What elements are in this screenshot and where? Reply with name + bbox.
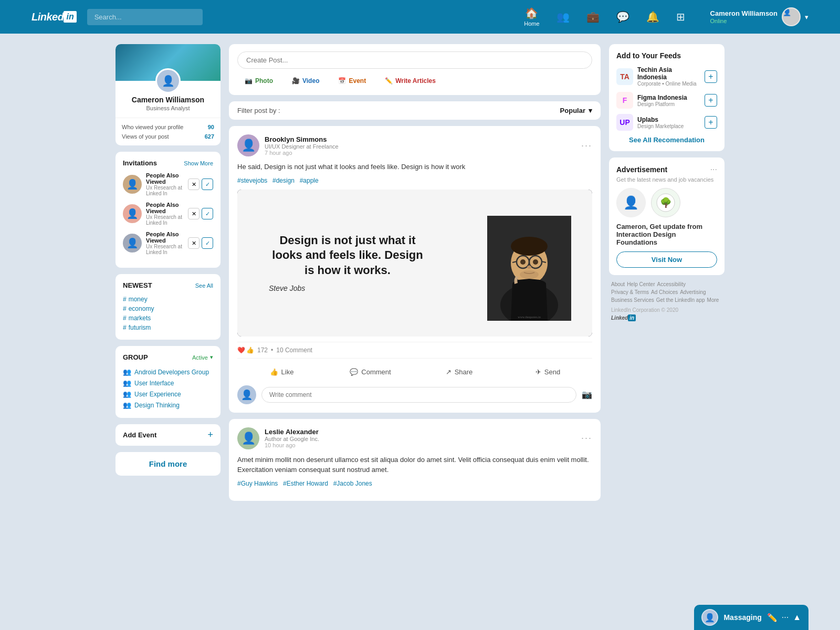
nav-home[interactable]: 🏠 Home <box>524 7 539 27</box>
inv-accept-2[interactable]: ✓ <box>202 208 213 219</box>
feed-suggestion-figma: F Figma Indonesia Design Platform + <box>616 92 717 109</box>
create-post-input[interactable] <box>237 51 592 69</box>
inv-sub-1: Ux Research at Linked In <box>146 185 184 196</box>
write-articles-button[interactable]: ✏️ Write Articles <box>377 74 443 88</box>
camera-icon[interactable]: 📷 <box>582 390 592 400</box>
add-feed-figma[interactable]: + <box>705 94 717 107</box>
footer-link-adchoices[interactable]: Ad Choices <box>651 289 678 295</box>
user-name-header: Cameron Williamson <box>710 9 778 18</box>
see-all-recommendations[interactable]: See All Recomendation <box>616 136 717 144</box>
visit-now-button[interactable]: Visit Now <box>616 251 717 268</box>
ad-text: Cameron, Get update from Interaction Des… <box>616 223 717 246</box>
search-input[interactable] <box>87 9 203 25</box>
group-ui[interactable]: 👥 User Interface <box>123 377 213 388</box>
messaging-bar[interactable]: 👤 Massaging ✏️ ··· ▲ <box>694 605 808 630</box>
video-button[interactable]: 🎥 Video <box>285 74 327 88</box>
nav-apps[interactable]: ⊞ <box>676 10 685 23</box>
footer-link-business[interactable]: Business Services <box>611 297 654 303</box>
footer-link-more[interactable]: More <box>707 297 719 303</box>
share-icon: ↗ <box>446 368 452 376</box>
hashtag-markets[interactable]: # markets <box>123 313 213 323</box>
event-button[interactable]: 📅 Event <box>331 74 373 88</box>
footer-link-app[interactable]: Get the LinkedIn app <box>656 297 705 303</box>
chevron-up-icon[interactable]: ▲ <box>793 613 801 623</box>
footer-link-advertising[interactable]: Advertising <box>680 289 706 295</box>
show-more-link[interactable]: Show More <box>184 160 213 166</box>
footer-logo: Linkedin <box>611 315 636 321</box>
find-more-button[interactable]: Find more <box>116 452 220 476</box>
inv-reject-2[interactable]: ✕ <box>188 208 200 219</box>
nav-network[interactable]: 👥 <box>556 10 570 23</box>
add-feed-up[interactable]: + <box>705 116 717 129</box>
group-item-icon: 👥 <box>123 390 131 398</box>
hashtag-economy[interactable]: # economy <box>123 304 213 313</box>
hashtag-futurism[interactable]: # futurism <box>123 323 213 332</box>
filter-dropdown[interactable]: Popular ▾ <box>560 107 592 114</box>
user-menu[interactable]: Cameron Williamson Online 👤 ▾ <box>710 7 808 26</box>
like-button-1[interactable]: 👍 Like <box>237 365 326 379</box>
photo-button[interactable]: 📷 Photo <box>237 74 280 88</box>
feed-name-figma: Figma Indonesia <box>637 94 700 101</box>
logo[interactable]: Linked in <box>32 11 77 23</box>
footer-link-accessibility[interactable]: Accessibility <box>657 281 686 287</box>
footer-link-about[interactable]: About <box>611 281 625 287</box>
nav-jobs[interactable]: 💼 <box>586 10 600 23</box>
notifications-icon: 🔔 <box>646 10 659 23</box>
post-avatar-1: 👤 <box>237 134 259 156</box>
share-button-1[interactable]: ↗ Share <box>415 365 503 379</box>
invitations-title: Invitations <box>123 159 157 167</box>
inv-accept-3[interactable]: ✓ <box>202 237 213 249</box>
group-item-label: Android Developers Group <box>134 369 209 376</box>
post-image-1: Design is not just what it looks and fee… <box>237 190 592 337</box>
inv-avatar-2: 👤 <box>123 204 142 223</box>
dot-separator: • <box>271 346 273 354</box>
footer: About Help Center Accessibility Privacy … <box>609 281 724 321</box>
nav-home-label: Home <box>524 20 539 27</box>
comment-button-1[interactable]: 💬 Comment <box>326 365 415 379</box>
inv-accept-1[interactable]: ✓ <box>202 178 213 190</box>
group-status[interactable]: Active ▾ <box>192 354 213 361</box>
main-content: 👤 Cameron Williamson Business Analyst Wh… <box>84 34 756 518</box>
nav-notifications[interactable]: 🔔 <box>646 10 659 23</box>
footer-link-help[interactable]: Help Center <box>627 281 655 287</box>
group-design-thinking[interactable]: 👥 Design Thinking <box>123 400 213 411</box>
hashtag-apple[interactable]: #apple <box>300 177 319 184</box>
feed-info-ta: Techin Asia Indonesia Corporate • Online… <box>637 66 700 87</box>
like-icon: 👍 <box>270 368 278 376</box>
write-icon: ✏️ <box>385 77 393 85</box>
hashtag-stevejobs[interactable]: #stevejobs <box>237 177 267 184</box>
post-more-menu-1[interactable]: ··· <box>581 140 592 151</box>
group-ux[interactable]: 👥 User Experience <box>123 388 213 400</box>
ad-more-menu[interactable]: ··· <box>710 165 717 174</box>
hashtag-label-economy: economy <box>129 305 154 312</box>
profile-title: Business Analyst <box>122 105 214 111</box>
feed-sub-figma: Design Platform <box>637 101 700 107</box>
compose-icon[interactable]: ✏️ <box>767 613 778 623</box>
hashtag-guy[interactable]: #Guy Hawkins <box>237 480 278 487</box>
nav-messages[interactable]: 💬 <box>616 10 629 23</box>
inv-reject-1[interactable]: ✕ <box>188 178 200 190</box>
stat-post-views[interactable]: Views of your post 627 <box>122 132 214 141</box>
list-item: 👤 People Also Viewed Ux Research at Link… <box>123 231 213 255</box>
hashtag-label-futurism: futurism <box>129 324 151 331</box>
comment-input-1[interactable] <box>261 387 576 403</box>
post-user-name-1: Brooklyn Simmons <box>265 135 576 143</box>
stat-profile-views[interactable]: Who viewed your profile 90 <box>122 122 214 132</box>
hashtag-jacob[interactable]: #Jacob Jones <box>333 480 372 487</box>
add-event-row[interactable]: Add Event + <box>116 424 220 446</box>
hashtag-money[interactable]: # money <box>123 295 213 304</box>
send-button-1[interactable]: ✈ Send <box>503 365 592 379</box>
feed-suggestion-ta: TA Techin Asia Indonesia Corporate • Onl… <box>616 66 717 87</box>
group-header: GROUP Active ▾ <box>123 353 213 361</box>
hashtag-design[interactable]: #design <box>272 177 295 184</box>
send-label: Send <box>544 368 560 376</box>
post-more-menu-2[interactable]: ··· <box>581 433 592 444</box>
newest-see-all[interactable]: See All <box>195 282 213 289</box>
group-android[interactable]: 👥 Android Developers Group <box>123 366 213 377</box>
send-icon: ✈ <box>536 368 541 376</box>
hashtag-esther[interactable]: #Esther Howard <box>283 480 328 487</box>
footer-link-privacy[interactable]: Privacy & Terms <box>611 289 649 295</box>
add-feed-ta[interactable]: + <box>705 70 717 83</box>
inv-reject-3[interactable]: ✕ <box>188 237 200 249</box>
more-icon[interactable]: ··· <box>782 613 789 623</box>
